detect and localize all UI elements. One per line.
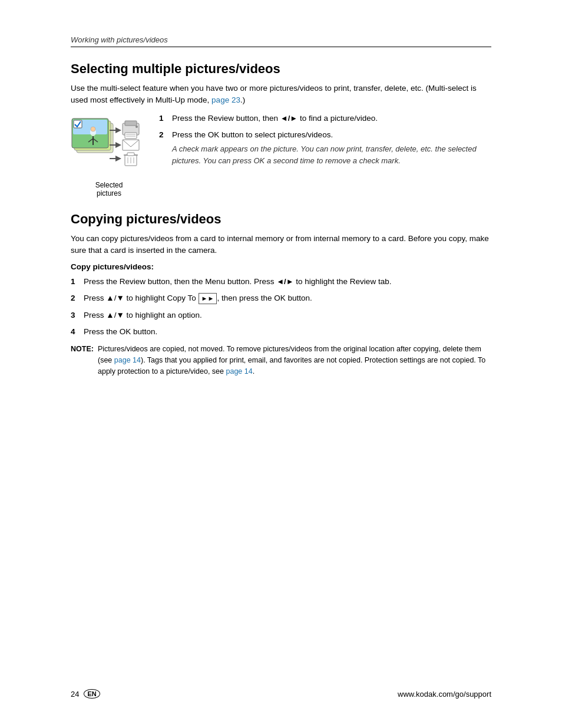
ud-arrow2-icon: ▲/▼ xyxy=(106,311,124,319)
svg-rect-18 xyxy=(125,121,137,126)
illustration-label: Selectedpictures xyxy=(95,181,123,197)
copy-step2-num: 2 xyxy=(71,292,79,304)
copy-step3-text: Press ▲/▼ to highlight an option. xyxy=(84,309,202,321)
copy-step4-text: Press the OK button. xyxy=(84,326,157,338)
svg-marker-15 xyxy=(115,156,121,162)
note-label: NOTE: xyxy=(71,344,93,377)
copy-to-icon: ►► xyxy=(199,293,217,304)
note-text: Pictures/videos are copied, not moved. T… xyxy=(98,344,491,377)
section1-title: Selecting multiple pictures/videos xyxy=(71,61,491,77)
selected-pictures-illustration xyxy=(71,113,147,177)
illustration-area: Selectedpictures xyxy=(71,113,147,197)
page-number: 24 EN xyxy=(71,689,100,699)
svg-marker-13 xyxy=(115,142,121,148)
lr-arrow-icon: ◄/► xyxy=(276,277,293,286)
content-block: Selectedpictures 1 Press the Review butt… xyxy=(71,113,491,197)
note-page14-link1[interactable]: page 14 xyxy=(114,356,141,364)
note-page14-link2[interactable]: page 14 xyxy=(226,367,253,375)
ud-arrow-icon: ▲/▼ xyxy=(106,294,124,302)
page23-link[interactable]: page 23 xyxy=(211,95,240,104)
svg-rect-26 xyxy=(127,153,134,156)
section2: Copying pictures/videos You can copy pic… xyxy=(71,212,491,377)
copy-step1-num: 1 xyxy=(71,276,79,288)
note-block: NOTE: Pictures/videos are copied, not mo… xyxy=(71,344,491,377)
step1-text: Press the Review button, then ◄/► to fin… xyxy=(172,113,378,124)
website: www.kodak.com/go/support xyxy=(398,690,491,699)
copy-step-3: 3 Press ▲/▼ to highlight an option. xyxy=(71,309,491,321)
section1: Selecting multiple pictures/videos Use t… xyxy=(71,61,491,197)
page: Working with pictures/videos Selecting m… xyxy=(0,0,562,728)
svg-point-22 xyxy=(135,126,138,128)
step2-text: Press the OK button to select pictures/v… xyxy=(172,129,491,166)
svg-rect-19 xyxy=(125,133,137,139)
divider xyxy=(71,47,491,47)
copy-step-2: 2 Press ▲/▼ to highlight Copy To ►►, the… xyxy=(71,292,491,304)
svg-marker-11 xyxy=(115,127,121,133)
copy-step4-num: 4 xyxy=(71,326,79,338)
page-num-text: 24 xyxy=(71,690,79,699)
section1-intro: Use the multi-select feature when you ha… xyxy=(71,83,491,107)
copy-step-1: 1 Press the Review button, then the Menu… xyxy=(71,276,491,288)
copy-step2-text: Press ▲/▼ to highlight Copy To ►►, then … xyxy=(84,292,312,304)
step-2: 2 Press the OK button to select pictures… xyxy=(159,129,491,166)
section2-intro: You can copy pictures/videos from a card… xyxy=(71,233,491,257)
copy-step-4: 4 Press the OK button. xyxy=(71,326,491,338)
copy-pictures-label: Copy pictures/videos: xyxy=(71,262,491,271)
footer: 24 EN www.kodak.com/go/support xyxy=(71,689,491,699)
en-badge: EN xyxy=(84,689,100,699)
section2-title: Copying pictures/videos xyxy=(71,212,491,227)
step2-italic: A check mark appears on the picture. You… xyxy=(172,143,491,166)
step2-num: 2 xyxy=(159,129,167,166)
copy-step3-num: 3 xyxy=(71,309,79,321)
svg-point-9 xyxy=(91,127,95,131)
left-right-arrow: ◄/► xyxy=(280,114,297,123)
step-1: 1 Press the Review button, then ◄/► to f… xyxy=(159,113,491,124)
step1-num: 1 xyxy=(159,113,167,124)
copy-step1-text: Press the Review button, then the Menu b… xyxy=(84,276,391,288)
steps-area: 1 Press the Review button, then ◄/► to f… xyxy=(159,113,491,172)
section-label: Working with pictures/videos xyxy=(71,35,491,44)
svg-rect-23 xyxy=(123,140,139,150)
